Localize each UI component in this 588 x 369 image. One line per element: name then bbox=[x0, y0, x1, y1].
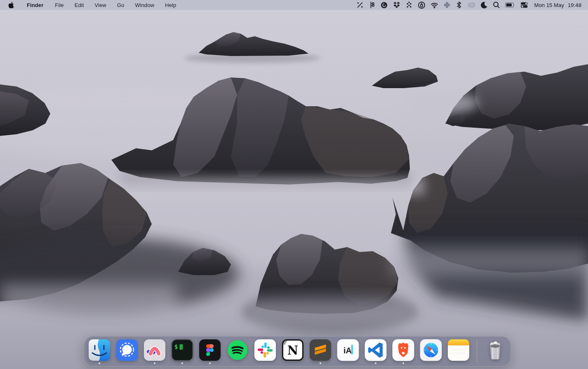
dock-sublime-text[interactable] bbox=[309, 338, 332, 364]
running-indicator bbox=[375, 362, 376, 364]
desktop: Finder File Edit View Go Window Help bbox=[0, 0, 588, 369]
dock-separator bbox=[477, 340, 477, 362]
magic-wand-sparkles-icon[interactable] bbox=[354, 0, 366, 10]
slack-icon bbox=[254, 339, 276, 361]
svg-text:$: $ bbox=[174, 343, 178, 350]
running-indicator bbox=[320, 362, 321, 364]
power-circle-icon[interactable] bbox=[415, 0, 428, 10]
sublime-text-icon bbox=[309, 339, 332, 361]
notion-icon: N bbox=[282, 339, 304, 361]
control-center-icon[interactable] bbox=[518, 0, 531, 10]
dock-arc[interactable] bbox=[143, 338, 166, 364]
dock-safari[interactable] bbox=[420, 338, 442, 364]
figma-icon bbox=[199, 339, 221, 361]
menu-bar-status-area: Mon 15 May 19:48 bbox=[354, 0, 588, 10]
dock-trash[interactable] bbox=[484, 338, 506, 364]
dock-ia-writer[interactable]: iA bbox=[337, 338, 359, 364]
terminal-icon: $ bbox=[171, 339, 193, 361]
svg-text:iA: iA bbox=[343, 346, 352, 355]
dock-signal[interactable] bbox=[116, 338, 138, 364]
branch-pills-icon[interactable] bbox=[366, 0, 378, 10]
menu-bar-clock[interactable]: Mon 15 May 19:48 bbox=[531, 2, 584, 8]
clock-time: 19:48 bbox=[568, 2, 581, 8]
dock-notes[interactable] bbox=[447, 338, 470, 364]
menu-bar: Finder File Edit View Go Window Help bbox=[0, 0, 588, 10]
app-menu-finder[interactable]: Finder bbox=[21, 0, 49, 10]
menu-view[interactable]: View bbox=[89, 0, 112, 10]
running-indicator bbox=[181, 362, 183, 364]
menu-edit[interactable]: Edit bbox=[69, 0, 89, 10]
finder-icon bbox=[88, 339, 111, 361]
focus-moon-icon[interactable] bbox=[477, 0, 490, 10]
trash-full-icon bbox=[484, 339, 506, 361]
menu-file[interactable]: File bbox=[49, 0, 69, 10]
dock-notion[interactable]: N bbox=[282, 338, 304, 364]
dock-slack[interactable] bbox=[254, 338, 276, 364]
menu-go[interactable]: Go bbox=[112, 0, 130, 10]
plus-cross-dimmed-icon[interactable] bbox=[441, 0, 453, 10]
apple-menu[interactable] bbox=[7, 0, 21, 10]
spotify-icon bbox=[226, 339, 249, 361]
dock-terminal[interactable]: $ bbox=[171, 338, 193, 364]
clock-date: Mon 15 May bbox=[534, 2, 564, 8]
dock-figma[interactable] bbox=[199, 338, 221, 364]
running-indicator bbox=[402, 362, 404, 364]
running-indicator bbox=[209, 362, 211, 364]
dots-diamond-icon[interactable] bbox=[403, 0, 415, 10]
dock-brave[interactable] bbox=[392, 338, 414, 364]
running-indicator bbox=[99, 362, 100, 364]
notes-icon bbox=[447, 339, 470, 361]
dock-vscode[interactable] bbox=[365, 338, 387, 364]
menu-help[interactable]: Help bbox=[160, 0, 181, 10]
spotlight-search-icon[interactable] bbox=[490, 0, 503, 10]
dock: $ bbox=[84, 336, 511, 367]
vscode-icon bbox=[365, 339, 387, 361]
signal-icon bbox=[116, 339, 138, 361]
menu-bar-left: Finder File Edit View Go Window Help bbox=[0, 0, 181, 10]
bluetooth-icon[interactable] bbox=[453, 0, 465, 10]
wifi-icon[interactable] bbox=[428, 0, 441, 10]
ia-writer-icon: iA bbox=[337, 339, 359, 361]
svg-text:N: N bbox=[287, 343, 299, 357]
desktop-wallpaper bbox=[0, 0, 588, 369]
brave-icon bbox=[392, 339, 414, 361]
menu-window[interactable]: Window bbox=[129, 0, 160, 10]
dock-spotify[interactable] bbox=[226, 338, 249, 364]
screen-frame-dimmed-icon[interactable] bbox=[465, 0, 477, 10]
dropbox-icon[interactable] bbox=[390, 0, 403, 10]
arc-browser-icon bbox=[143, 339, 166, 361]
running-indicator bbox=[154, 362, 155, 364]
safari-icon bbox=[420, 339, 442, 361]
adobe-creative-cloud-icon[interactable] bbox=[378, 0, 390, 10]
dock-finder[interactable] bbox=[88, 338, 111, 364]
battery-icon[interactable] bbox=[503, 0, 518, 10]
apple-icon bbox=[8, 2, 14, 9]
